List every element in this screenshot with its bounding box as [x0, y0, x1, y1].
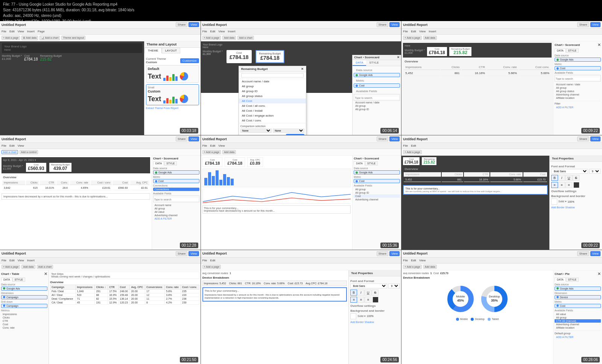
field-search[interactable]: [355, 97, 399, 99]
add-data-btn-5[interactable]: Add data: [222, 150, 236, 154]
font-size-6[interactable]: 9 10 12: [589, 169, 600, 174]
view-btn-6[interactable]: View: [590, 136, 600, 141]
text-box-6[interactable]: This is for your commentary... We are cu…: [403, 185, 548, 195]
view-btn-1[interactable]: View: [189, 22, 199, 27]
data-tab-5[interactable]: DATA: [354, 161, 365, 165]
share-btn-7[interactable]: Share: [176, 251, 187, 256]
close-icon-9[interactable]: ✕: [597, 271, 601, 276]
field-3-5[interactable]: Affiliate location: [555, 96, 601, 100]
menu-edit-5[interactable]: Edit: [210, 144, 216, 147]
menu-view-1[interactable]: View: [18, 30, 24, 33]
share-btn-4[interactable]: Share: [176, 136, 187, 141]
comparison-select-2[interactable]: None: [273, 129, 304, 133]
apply-btn[interactable]: APPLY: [286, 134, 304, 135]
bg-swatch-6[interactable]: [551, 199, 557, 205]
extract-theme-btn[interactable]: Extract Theme From Report: [146, 107, 199, 109]
menu-file-8[interactable]: File: [202, 259, 207, 262]
menu-edit-7[interactable]: Edit: [9, 259, 15, 262]
dropdown-close[interactable]: ✕: [301, 67, 304, 71]
commentary-box-8[interactable]: This is for your commentary... Impressio…: [202, 287, 347, 302]
style-tab-9[interactable]: STYLE: [566, 278, 579, 282]
share-btn-6[interactable]: Share: [577, 136, 589, 141]
style-tab-7[interactable]: STYLE: [12, 278, 25, 282]
add-filter-4[interactable]: ADD A FILTER: [153, 217, 199, 220]
bold-btn-6[interactable]: B: [551, 175, 558, 181]
menu-edit-2[interactable]: Edit: [210, 30, 216, 33]
data-tab-2[interactable]: DATA: [353, 60, 366, 66]
menu-file-6[interactable]: File: [403, 144, 408, 147]
underline-btn-6[interactable]: U: [566, 175, 572, 181]
style-tab-4[interactable]: STYLE: [164, 161, 177, 165]
style-tab-5[interactable]: STYLE: [365, 161, 378, 165]
cost-5-field[interactable]: Cost: [354, 179, 400, 183]
add-filter-btn-3[interactable]: ADD A FILTER: [555, 106, 601, 109]
field-9-4[interactable]: Advertising channel: [555, 323, 601, 326]
share-btn-2[interactable]: Share: [377, 22, 388, 27]
view-btn-5[interactable]: View: [389, 136, 400, 141]
campaign-field[interactable]: Campaign: [1, 295, 47, 299]
field-3-3[interactable]: All group status: [555, 89, 601, 93]
field-3-2[interactable]: All group: [555, 86, 601, 89]
share-btn-9[interactable]: Share: [577, 251, 589, 256]
google-ads-4[interactable]: Google Ads: [153, 170, 199, 174]
add-chart-btn-2[interactable]: Add a chart: [237, 36, 254, 40]
field-search-4[interactable]: [154, 198, 198, 201]
field-9-1[interactable]: All value: [555, 312, 601, 316]
dropdown-item-cost-engage[interactable]: All Cost / engage action: [239, 113, 306, 118]
field-7-3[interactable]: CTR: [1, 319, 47, 323]
add-data-btn-1[interactable]: ⊞ Add data: [21, 36, 38, 40]
field-3-1[interactable]: Account name / date: [555, 83, 601, 86]
menu-insert-2[interactable]: Insert: [228, 30, 236, 33]
field-item-2[interactable]: All group: [354, 104, 400, 108]
google-ads-9[interactable]: Google Ads: [555, 287, 601, 291]
share-btn-8[interactable]: Share: [377, 251, 388, 256]
add-control-btn-4[interactable]: Add a control: [20, 150, 38, 154]
dropdown-item-cost[interactable]: All Cost: [239, 99, 306, 103]
dropdown-item-cost-allconv[interactable]: All Cost / all conv.: [239, 103, 306, 108]
menu-view-3[interactable]: View: [419, 30, 426, 33]
google-ads-field[interactable]: Google Ads: [354, 73, 400, 77]
menu-insert-3[interactable]: Insert: [429, 30, 436, 33]
color-swatch-6[interactable]: [573, 182, 579, 188]
field-7-5[interactable]: Conv. rate: [1, 326, 47, 329]
add-page-btn-3[interactable]: + Add a page: [403, 36, 421, 40]
menu-page-1[interactable]: Page: [38, 30, 45, 33]
add-data-btn-3[interactable]: Add data: [423, 36, 437, 40]
add-chart-btn-4[interactable]: Add a chart: [2, 150, 18, 154]
menu-file-9[interactable]: File: [403, 259, 408, 262]
close-icon-3[interactable]: ✕: [597, 42, 601, 47]
menu-view-5[interactable]: View: [218, 144, 225, 147]
device-field-9[interactable]: Device: [555, 295, 601, 299]
align-center-6[interactable]: ≡: [558, 182, 565, 188]
menu-edit-4[interactable]: Edit: [9, 144, 15, 147]
share-btn-3[interactable]: Share: [577, 22, 589, 27]
data-tab-9[interactable]: DATA: [555, 278, 566, 282]
menu-view-9[interactable]: View: [419, 259, 426, 262]
field-item-3[interactable]: All group ID: [354, 108, 400, 111]
font-select-8[interactable]: Bold Sans: [350, 284, 387, 288]
data-tab-7[interactable]: DATA: [1, 278, 12, 282]
dropdown-item-cost-install[interactable]: All Cost / Install: [239, 108, 306, 113]
chip-connections[interactable]: Connections: [153, 188, 199, 191]
font-select-6[interactable]: Bold Sans Arial: [551, 169, 588, 174]
field-7-2[interactable]: Clicks: [1, 316, 47, 319]
menu-file-4[interactable]: File: [2, 144, 6, 147]
menu-file-1[interactable]: File: [2, 30, 6, 33]
menu-insert-7[interactable]: Insert: [27, 259, 35, 262]
strike-btn-8[interactable]: S: [372, 290, 379, 296]
share-btn-5[interactable]: Share: [377, 136, 388, 141]
menu-edit-9[interactable]: Edit: [411, 259, 416, 262]
field-9-2[interactable]: All group: [555, 316, 601, 319]
cost-field[interactable]: Cost: [354, 83, 400, 88]
add-page-btn-6[interactable]: + Add a page: [403, 150, 421, 154]
add-chart-btn-1[interactable]: 📊 Add a chart: [40, 36, 60, 40]
add-border-btn-6[interactable]: Add Border Shadow: [551, 206, 600, 209]
google-ads-3[interactable]: Google Ads: [555, 58, 601, 62]
field-5-2[interactable]: All group ID: [354, 191, 400, 194]
theme-tab-layout[interactable]: LAYOUT: [162, 48, 180, 53]
data-tab-3[interactable]: DATA: [555, 49, 566, 53]
comparison-select-1[interactable]: None: [240, 129, 272, 133]
add-page-btn-2[interactable]: + Add a page: [202, 36, 221, 40]
cost-4-field[interactable]: Cost: [153, 179, 199, 183]
view-btn-2[interactable]: View: [389, 22, 400, 27]
